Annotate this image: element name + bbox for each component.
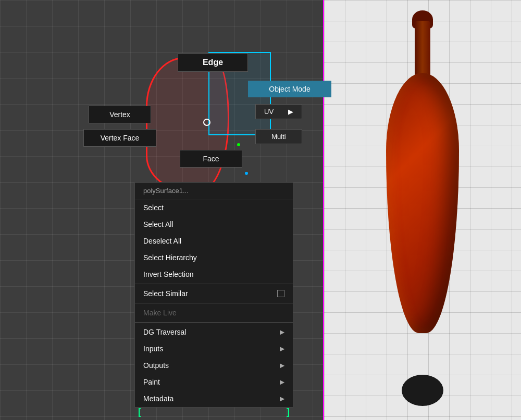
violin-model xyxy=(370,10,475,406)
uv-arrow-icon: ▶ xyxy=(288,108,293,116)
face-button[interactable]: Face xyxy=(180,150,242,168)
menu-item-outputs[interactable]: Outputs ▶ xyxy=(135,357,293,374)
white-panel xyxy=(323,0,521,420)
menu-item-deselect-all[interactable]: Deselect All xyxy=(135,233,293,249)
mesh-dot xyxy=(237,143,240,146)
menu-item-dg-traversal-label: DG Traversal xyxy=(143,328,186,336)
select-similar-checkbox[interactable] xyxy=(277,290,284,297)
menu-item-inputs-label: Inputs xyxy=(143,345,163,353)
dg-traversal-arrow-icon: ▶ xyxy=(280,328,284,336)
menu-item-deselect-all-label: Deselect All xyxy=(143,237,181,245)
metadata-arrow-icon: ▶ xyxy=(280,395,284,402)
menu-item-make-live-label: Make Live xyxy=(143,309,177,317)
menu-item-metadata[interactable]: Metadata ▶ xyxy=(135,390,293,407)
menu-item-make-live: Make Live xyxy=(135,304,293,321)
menu-item-select-hierarchy[interactable]: Select Hierarchy xyxy=(135,249,293,266)
menu-item-select-similar-label: Select Similar xyxy=(143,289,188,298)
vertex-button[interactable]: Vertex xyxy=(89,106,151,123)
context-menu: polySurface1... Select Select All Desele… xyxy=(134,182,293,408)
bracket-left: [ xyxy=(138,406,141,417)
menu-item-paint-label: Paint xyxy=(143,378,160,386)
menu-item-outputs-label: Outputs xyxy=(143,361,169,370)
vertex-face-button[interactable]: Vertex Face xyxy=(83,129,156,147)
menu-item-paint[interactable]: Paint ▶ xyxy=(135,374,293,390)
menu-item-invert-selection-label: Invert Selection xyxy=(143,270,194,278)
outputs-arrow-icon: ▶ xyxy=(280,362,284,369)
menu-item-select-all-label: Select All xyxy=(143,220,173,228)
uv-button[interactable]: UV ▶ xyxy=(255,104,302,119)
menu-item-select-hierarchy-label: Select Hierarchy xyxy=(143,253,197,262)
object-mode-button[interactable]: Object Mode xyxy=(248,81,331,97)
multi-button[interactable]: Multi xyxy=(255,129,302,144)
inputs-arrow-icon: ▶ xyxy=(280,345,284,352)
menu-item-metadata-label: Metadata xyxy=(143,394,173,403)
menu-separator-3 xyxy=(135,322,293,323)
menu-item-invert-selection[interactable]: Invert Selection xyxy=(135,266,293,283)
violin-chinrest xyxy=(402,375,443,406)
context-menu-header: polySurface1... xyxy=(135,183,293,199)
menu-item-inputs[interactable]: Inputs ▶ xyxy=(135,340,293,357)
menu-item-dg-traversal[interactable]: DG Traversal ▶ xyxy=(135,324,293,340)
menu-item-select-similar[interactable]: Select Similar xyxy=(135,285,293,302)
paint-arrow-icon: ▶ xyxy=(280,378,284,386)
pivot-point xyxy=(203,119,210,126)
uv-label: UV xyxy=(264,108,274,116)
bracket-right: ] xyxy=(287,406,290,417)
menu-separator-2 xyxy=(135,303,293,303)
menu-separator-1 xyxy=(135,284,293,284)
menu-item-select-all[interactable]: Select All xyxy=(135,216,293,233)
violin-body xyxy=(386,73,459,333)
menu-item-select-label: Select xyxy=(143,203,164,212)
menu-item-select[interactable]: Select xyxy=(135,199,293,216)
mesh-dot xyxy=(245,172,248,175)
edge-button[interactable]: Edge xyxy=(178,53,248,72)
